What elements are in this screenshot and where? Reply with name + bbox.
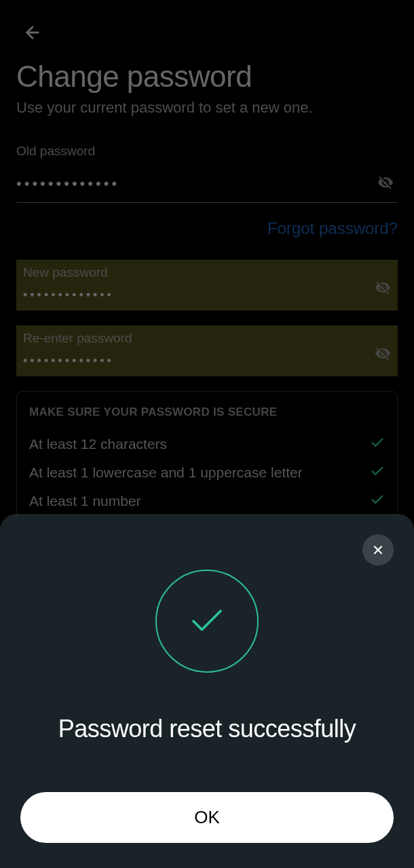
success-icon-circle: [155, 570, 259, 673]
success-modal: Password reset successfully OK: [0, 514, 414, 868]
modal-title: Password reset successfully: [20, 715, 394, 743]
ok-button[interactable]: OK: [20, 792, 394, 843]
close-icon: [371, 543, 385, 557]
close-button[interactable]: [362, 534, 394, 566]
check-icon: [187, 601, 227, 642]
